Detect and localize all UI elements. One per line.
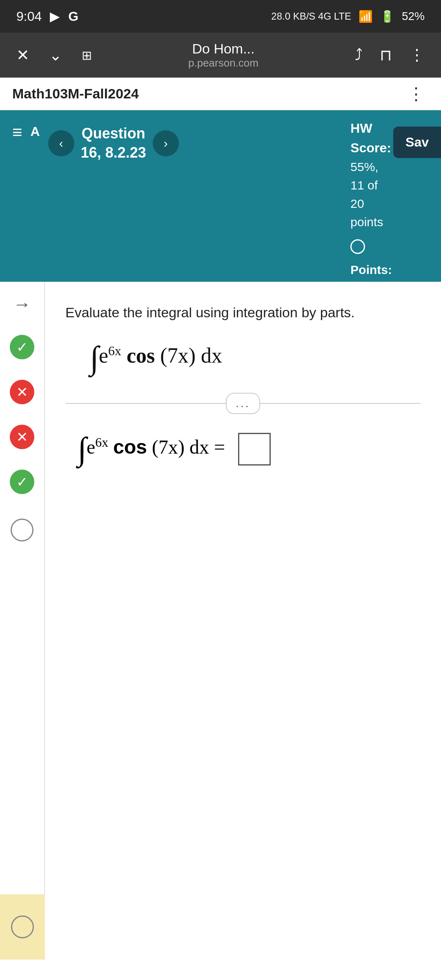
question-label: Question 16, 8.2.23 xyxy=(81,124,146,163)
divider-row: ... xyxy=(65,393,421,414)
hw-score-value: 55%, xyxy=(350,158,392,176)
save-button[interactable]: Sav xyxy=(393,127,441,158)
question-sidebar: → ✓ ✕ ✕ ✓ xyxy=(0,282,45,894)
content-empty-yellow xyxy=(45,894,441,960)
hw-score-label: HWScore: xyxy=(350,118,392,158)
course-menu-button[interactable]: ⋮ xyxy=(403,80,429,108)
time-display: 9:04 xyxy=(16,9,42,24)
battery-icon: 🔋 xyxy=(380,10,394,23)
question-header: ≡ A ‹ Question 16, 8.2.23 › HWScore: 55%… xyxy=(0,110,441,282)
prev-question-button[interactable]: ‹ xyxy=(48,130,74,156)
sidebar-status-incorrect-2: ✕ xyxy=(10,425,34,449)
points-label: Points: xyxy=(350,261,392,279)
chevron-down-button[interactable]: ⌄ xyxy=(45,42,66,68)
sidebar-status-correct-1: ✓ xyxy=(10,335,34,359)
signal-icon: 📶 xyxy=(359,10,373,23)
yellow-section-row xyxy=(0,894,441,960)
sidebar-status-empty xyxy=(11,519,33,541)
dots-pill[interactable]: ... xyxy=(226,393,260,414)
page-title: Do Hom... xyxy=(192,41,254,57)
course-title: Math103M-Fall2024 xyxy=(12,86,139,102)
content-area: Evaluate the integral using integration … xyxy=(45,282,441,894)
sidebar-status-incorrect-1: ✕ xyxy=(10,380,34,404)
browser-bar: ✕ ⌄ ⊞ Do Hom... p.pearson.com ⤴ ⊓ ⋮ xyxy=(0,33,441,78)
answer-expression: ∫e6x cos (7x) dx = xyxy=(78,430,230,468)
sidebar-yellow-circle xyxy=(11,915,34,938)
assignment-label: A xyxy=(31,124,40,139)
hw-score-unit: points xyxy=(350,213,392,231)
sidebar-yellow-item xyxy=(0,894,45,960)
browser-actions: ⤴ ⊓ ⋮ xyxy=(351,42,429,68)
points-circle-icon xyxy=(350,239,365,254)
integral-symbol: ∫ xyxy=(90,340,99,376)
hw-score-outof: 11 of xyxy=(350,176,392,194)
question-nav: ‹ Question 16, 8.2.23 › xyxy=(48,124,179,163)
sidebar-status-correct-2: ✓ xyxy=(10,470,34,494)
hw-score-total: 20 xyxy=(350,194,392,213)
google-icon: G xyxy=(68,9,78,24)
points-value: 0 of 1 xyxy=(350,279,392,297)
url-area: Do Hom... p.pearson.com xyxy=(107,41,339,69)
hw-score-block: HWScore: 55%, 11 of 20 points Points: 0 … xyxy=(350,118,392,297)
close-button[interactable]: ✕ xyxy=(12,42,33,68)
answer-integral-symbol: ∫ xyxy=(78,431,87,467)
tabs-button[interactable]: ⊞ xyxy=(78,44,96,67)
more-options-button[interactable]: ⋮ xyxy=(405,42,429,68)
hamburger-icon[interactable]: ≡ xyxy=(12,122,22,142)
answer-row: ∫e6x cos (7x) dx = xyxy=(78,430,421,468)
youtube-icon: ▶ xyxy=(50,9,60,24)
next-question-button[interactable]: › xyxy=(153,130,179,156)
data-speed: 28.0 KB/S 4G LTE xyxy=(271,11,351,22)
divider-line-left xyxy=(65,403,226,404)
spacer xyxy=(0,960,441,980)
url-text: p.pearson.com xyxy=(188,57,258,69)
sidebar-arrow-icon: → xyxy=(13,294,31,314)
battery-percent: 52% xyxy=(402,10,425,23)
divider-line-right xyxy=(260,403,421,404)
share-button[interactable]: ⤴ xyxy=(351,42,367,68)
answer-input-box[interactable] xyxy=(238,433,271,466)
course-header: Math103M-Fall2024 ⋮ xyxy=(0,78,441,110)
main-area: → ✓ ✕ ✕ ✓ Evaluate the integral using in… xyxy=(0,282,441,894)
question-text: Evaluate the integral using integration … xyxy=(65,302,421,323)
status-bar: 9:04 ▶ G 28.0 KB/S 4G LTE 📶 🔋 52% xyxy=(0,0,441,33)
bookmark-button[interactable]: ⊓ xyxy=(376,42,396,68)
math-expression: ∫e6x cos (7x) dx xyxy=(90,339,421,376)
